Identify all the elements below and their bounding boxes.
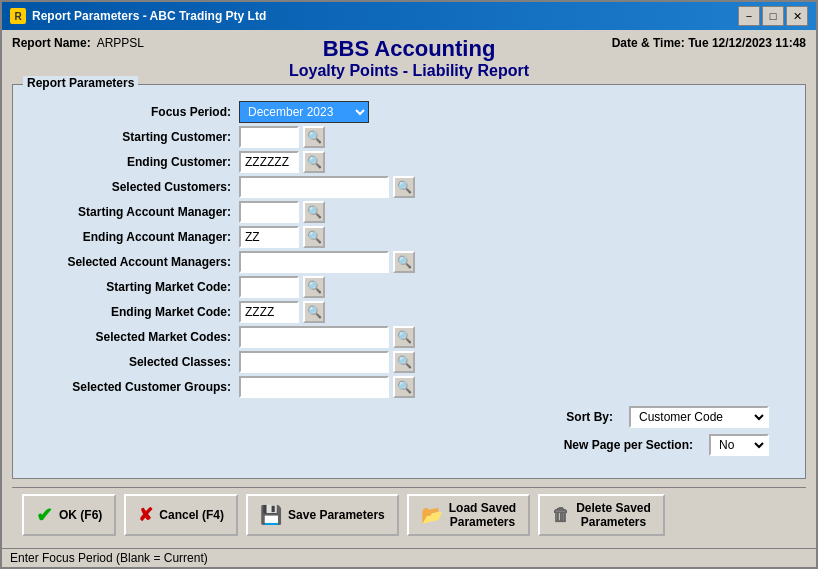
report-parameters-group: Report Parameters Focus Period: December… [12,84,806,479]
focus-period-row: Focus Period: December 2023 November 202… [29,101,789,123]
selected-customer-groups-value: 🔍 [239,376,415,398]
minimize-button[interactable]: − [738,6,760,26]
selected-market-codes-label: Selected Market Codes: [29,330,239,344]
report-name-value: ARPPSL [97,36,144,50]
selected-customer-groups-input[interactable] [239,376,389,398]
starting-market-code-search-button[interactable]: 🔍 [303,276,325,298]
selected-market-codes-input[interactable] [239,326,389,348]
selected-account-managers-input[interactable] [239,251,389,273]
content-area: Report Name: ARPPSL BBS Accounting Loyal… [2,30,816,548]
delete-saved-parameters-button[interactable]: 🗑 Delete SavedParameters [538,494,665,536]
app-icon: R [10,8,26,24]
ending-customer-value: 🔍 [239,151,325,173]
selected-account-managers-label: Selected Account Managers: [29,255,239,269]
cancel-icon: ✘ [138,504,153,526]
ending-customer-row: Ending Customer: 🔍 [29,151,789,173]
focus-period-select[interactable]: December 2023 November 2023 January 2024 [239,101,369,123]
starting-customer-value: 🔍 [239,126,325,148]
window-title: Report Parameters - ABC Trading Pty Ltd [32,9,738,23]
button-bar: ✔ OK (F6) ✘ Cancel (F4) 💾 Save Parameter… [12,487,806,542]
save-parameters-button[interactable]: 💾 Save Parameters [246,494,399,536]
selected-market-codes-value: 🔍 [239,326,415,348]
starting-market-code-label: Starting Market Code: [29,280,239,294]
ending-account-manager-search-button[interactable]: 🔍 [303,226,325,248]
ending-customer-label: Ending Customer: [29,155,239,169]
ending-market-code-search-button[interactable]: 🔍 [303,301,325,323]
cancel-button[interactable]: ✘ Cancel (F4) [124,494,238,536]
selected-customers-row: Selected Customers: 🔍 [29,176,789,198]
starting-account-manager-label: Starting Account Manager: [29,205,239,219]
new-page-row: New Page per Section: No Yes [29,434,789,456]
title-bar: R Report Parameters - ABC Trading Pty Lt… [2,2,816,30]
ending-customer-search-button[interactable]: 🔍 [303,151,325,173]
starting-account-manager-value: 🔍 [239,201,325,223]
center-title: BBS Accounting Loyalty Points - Liabilit… [212,36,606,80]
starting-market-code-row: Starting Market Code: 🔍 [29,276,789,298]
datetime-label: Date & Time: [612,36,685,50]
selected-market-codes-row: Selected Market Codes: 🔍 [29,326,789,348]
starting-customer-input[interactable] [239,126,299,148]
ending-market-code-label: Ending Market Code: [29,305,239,319]
sort-by-select[interactable]: Customer Code Customer Name Account Mana… [629,406,769,428]
ending-account-manager-row: Ending Account Manager: 🔍 [29,226,789,248]
selected-account-managers-search-button[interactable]: 🔍 [393,251,415,273]
ok-label: OK (F6) [59,508,102,522]
new-page-label: New Page per Section: [564,438,701,452]
report-name-section: Report Name: ARPPSL [12,36,212,50]
selected-classes-row: Selected Classes: 🔍 [29,351,789,373]
load-icon: 📂 [421,504,443,526]
main-window: R Report Parameters - ABC Trading Pty Lt… [0,0,818,569]
ending-market-code-value: 🔍 [239,301,325,323]
app-title: BBS Accounting [212,36,606,62]
header-row: Report Name: ARPPSL BBS Accounting Loyal… [12,36,806,80]
ok-icon: ✔ [36,503,53,527]
starting-market-code-value: 🔍 [239,276,325,298]
new-page-select[interactable]: No Yes [709,434,769,456]
selected-market-codes-search-button[interactable]: 🔍 [393,326,415,348]
selected-customer-groups-label: Selected Customer Groups: [29,380,239,394]
ok-button[interactable]: ✔ OK (F6) [22,494,116,536]
window-controls: − □ ✕ [738,6,808,26]
status-bar: Enter Focus Period (Blank = Current) [2,548,816,567]
delete-label: Delete SavedParameters [576,501,651,530]
starting-customer-search-button[interactable]: 🔍 [303,126,325,148]
datetime-value: Tue 12/12/2023 11:48 [688,36,806,50]
ending-account-manager-label: Ending Account Manager: [29,230,239,244]
load-saved-parameters-button[interactable]: 📂 Load SavedParameters [407,494,530,536]
close-button[interactable]: ✕ [786,6,808,26]
selected-customers-search-button[interactable]: 🔍 [393,176,415,198]
selected-account-managers-row: Selected Account Managers: 🔍 [29,251,789,273]
starting-market-code-input[interactable] [239,276,299,298]
ending-market-code-row: Ending Market Code: 🔍 [29,301,789,323]
form-rows: Focus Period: December 2023 November 202… [29,101,789,398]
selected-classes-search-button[interactable]: 🔍 [393,351,415,373]
save-icon: 💾 [260,504,282,526]
focus-period-label: Focus Period: [29,105,239,119]
starting-account-manager-search-button[interactable]: 🔍 [303,201,325,223]
focus-period-value: December 2023 November 2023 January 2024 [239,101,369,123]
starting-customer-label: Starting Customer: [29,130,239,144]
ending-account-manager-input[interactable] [239,226,299,248]
datetime-section: Date & Time: Tue 12/12/2023 11:48 [606,36,806,50]
restore-button[interactable]: □ [762,6,784,26]
selected-classes-label: Selected Classes: [29,355,239,369]
selected-classes-input[interactable] [239,351,389,373]
starting-customer-row: Starting Customer: 🔍 [29,126,789,148]
ending-account-manager-value: 🔍 [239,226,325,248]
starting-account-manager-input[interactable] [239,201,299,223]
status-text: Enter Focus Period (Blank = Current) [10,551,208,565]
group-box-title: Report Parameters [23,76,138,90]
report-name-label: Report Name: [12,36,91,50]
selected-customer-groups-search-button[interactable]: 🔍 [393,376,415,398]
load-label: Load SavedParameters [449,501,516,530]
save-label: Save Parameters [288,508,385,522]
selected-customers-label: Selected Customers: [29,180,239,194]
sort-by-row: Sort By: Customer Code Customer Name Acc… [29,406,789,428]
selected-account-managers-value: 🔍 [239,251,415,273]
starting-account-manager-row: Starting Account Manager: 🔍 [29,201,789,223]
report-subtitle: Loyalty Points - Liability Report [212,62,606,80]
selected-customers-input[interactable] [239,176,389,198]
sort-by-label: Sort By: [566,410,621,424]
ending-market-code-input[interactable] [239,301,299,323]
ending-customer-input[interactable] [239,151,299,173]
